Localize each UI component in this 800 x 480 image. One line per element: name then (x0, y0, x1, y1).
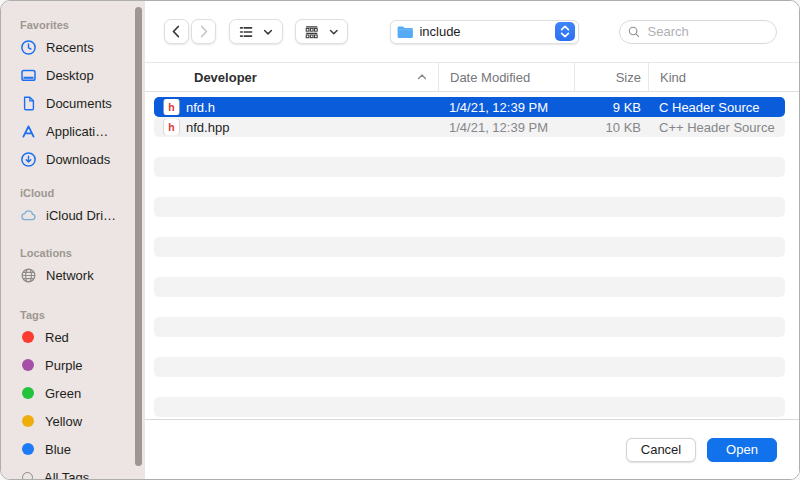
sidebar-item-tag-yellow[interactable]: Yellow (1, 407, 145, 435)
group-view-dropdown[interactable] (295, 19, 348, 44)
cloud-icon (20, 207, 37, 224)
empty-row (154, 377, 785, 397)
sidebar-item-label: Recents (46, 40, 94, 55)
file-list: h nfd.h 1/4/21, 12:39 PM 9 KB C Header S… (145, 92, 799, 420)
main-area: include Developer Date Modified Size Kin… (145, 1, 799, 479)
sidebar-item-label: Desktop (46, 68, 94, 83)
sidebar-item-tag-purple[interactable]: Purple (1, 351, 145, 379)
file-row-nfd-h[interactable]: h nfd.h 1/4/21, 12:39 PM 9 KB C Header S… (154, 97, 785, 117)
back-button[interactable] (164, 19, 189, 44)
sidebar-item-tag-blue[interactable]: Blue (1, 435, 145, 463)
column-header-kind[interactable]: Kind (648, 63, 799, 91)
all-tags-icon (22, 472, 33, 480)
open-button[interactable]: Open (707, 438, 777, 462)
sidebar-item-label: Red (45, 330, 69, 345)
folder-select[interactable]: include (390, 20, 579, 44)
chevron-down-icon (262, 26, 274, 38)
search-field[interactable] (619, 20, 777, 44)
list-view-icon (238, 24, 254, 40)
forward-button[interactable] (191, 19, 216, 44)
sidebar-item-label: Purple (45, 358, 83, 373)
sidebar-item-label: Applicati… (46, 124, 108, 139)
sidebar-item-label: Documents (46, 96, 112, 111)
empty-row (154, 357, 785, 377)
sidebar-item-label: All Tags (44, 470, 89, 480)
history-nav (164, 19, 216, 44)
sidebar-item-tag-red[interactable]: Red (1, 323, 145, 351)
document-icon (20, 95, 37, 112)
blue-folder-icon (396, 24, 414, 40)
stepper-icon[interactable] (555, 22, 575, 41)
sidebar-item-tag-green[interactable]: Green (1, 379, 145, 407)
sidebar-item-label: Downloads (46, 152, 110, 167)
blue-tag-icon (22, 443, 34, 455)
chevron-right-icon (195, 23, 212, 40)
dialog-footer: Cancel Open (145, 420, 799, 479)
sidebar-item-all-tags[interactable]: All Tags (1, 463, 145, 480)
download-circle-icon (20, 151, 37, 168)
empty-row (154, 157, 785, 177)
column-header-developer[interactable]: Developer (145, 63, 438, 91)
folder-select-value: include (419, 24, 550, 39)
app-store-icon (20, 123, 37, 140)
empty-row (154, 217, 785, 237)
toolbar: include (145, 1, 799, 63)
yellow-tag-icon (22, 415, 34, 427)
open-file-dialog: Favorites Recents Desktop Documents (0, 0, 800, 480)
file-date-modified: 1/4/21, 12:39 PM (438, 100, 574, 115)
sidebar-section-icloud: iCloud (20, 185, 145, 201)
sidebar-item-label: Blue (45, 442, 71, 457)
sidebar-scrollbar[interactable] (135, 7, 142, 466)
sidebar-item-recents[interactable]: Recents (1, 33, 145, 61)
clock-icon (20, 39, 37, 56)
file-kind: C Header Source (648, 100, 785, 115)
chevron-down-icon (328, 26, 340, 38)
empty-row (154, 317, 785, 337)
empty-row (154, 257, 785, 277)
sidebar: Favorites Recents Desktop Documents (1, 1, 145, 479)
file-kind: C++ Header Source (648, 120, 785, 135)
desktop-icon (20, 67, 37, 84)
column-header-date-modified[interactable]: Date Modified (438, 63, 574, 91)
empty-row (154, 137, 785, 157)
file-name: nfd.hpp (186, 120, 229, 135)
empty-row (154, 177, 785, 197)
empty-row (154, 297, 785, 317)
green-tag-icon (22, 387, 34, 399)
sidebar-section-locations: Locations (20, 245, 145, 261)
file-name: nfd.h (186, 100, 215, 115)
sidebar-item-label: iCloud Dri… (46, 208, 116, 223)
file-size: 9 KB (574, 100, 648, 115)
sidebar-item-downloads[interactable]: Downloads (1, 145, 145, 173)
file-row-nfd-hpp[interactable]: h nfd.hpp 1/4/21, 12:39 PM 10 KB C++ Hea… (154, 117, 785, 137)
empty-row (154, 397, 785, 417)
sidebar-section-tags: Tags (20, 307, 145, 323)
file-date-modified: 1/4/21, 12:39 PM (438, 120, 574, 135)
empty-row (154, 197, 785, 217)
cpp-header-file-icon: h (164, 119, 179, 135)
sidebar-item-desktop[interactable]: Desktop (1, 61, 145, 89)
search-input[interactable] (646, 23, 768, 40)
sidebar-item-applications[interactable]: Applicati… (1, 117, 145, 145)
purple-tag-icon (22, 359, 34, 371)
sidebar-item-network[interactable]: Network (1, 261, 145, 289)
column-header-size[interactable]: Size (574, 63, 648, 91)
sidebar-item-label: Green (45, 386, 81, 401)
sidebar-item-icloud-drive[interactable]: iCloud Dri… (1, 201, 145, 229)
red-tag-icon (22, 331, 34, 343)
sidebar-item-label: Yellow (45, 414, 82, 429)
cancel-button[interactable]: Cancel (626, 438, 696, 462)
sort-ascending-icon (415, 70, 429, 84)
chevron-left-icon (168, 23, 185, 40)
sidebar-item-documents[interactable]: Documents (1, 89, 145, 117)
list-view-dropdown[interactable] (229, 19, 283, 44)
group-view-icon (304, 24, 319, 40)
sidebar-item-label: Network (46, 268, 94, 283)
c-header-file-icon: h (164, 99, 179, 115)
empty-row (154, 337, 785, 357)
sidebar-section-favorites: Favorites (20, 17, 145, 33)
search-icon (628, 25, 640, 39)
table-header: Developer Date Modified Size Kind (145, 63, 799, 92)
file-size: 10 KB (574, 120, 648, 135)
empty-row (154, 277, 785, 297)
